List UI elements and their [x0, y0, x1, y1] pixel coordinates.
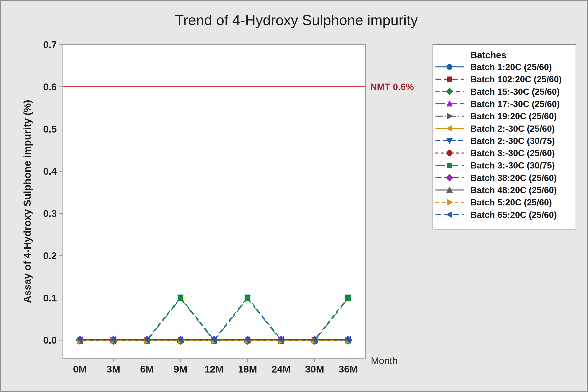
legend-item-label: Batch 102:20C (25/60) — [470, 74, 562, 84]
x-tick-label: 30M — [305, 364, 324, 374]
y-tick-label: 0.7 — [43, 39, 57, 50]
trend-chart: Trend of 4-Hydroxy Sulphone impurity Ass… — [0, 0, 588, 392]
plot-area — [63, 44, 365, 359]
y-tick-label: 0.3 — [43, 208, 57, 219]
x-axis-title: Month — [371, 356, 398, 366]
legend-item-label: Batch 15:-30C (25/60) — [470, 87, 560, 96]
y-tick-label: 0.6 — [43, 81, 57, 92]
x-tick-label: 12M — [205, 364, 224, 374]
x-tick-label: 0M — [73, 364, 87, 374]
legend-item-label: Batch 2:-30C (25/60) — [470, 124, 555, 134]
x-tick-label: 36M — [338, 364, 358, 374]
legend-item-label: Batch 3:-30C (30/75) — [470, 160, 555, 170]
series-marker-square — [447, 163, 452, 168]
x-tick-label: 24M — [272, 364, 291, 374]
x-tick-label: 6M — [140, 364, 154, 374]
y-tick-label: 0.4 — [43, 166, 57, 177]
series-marker-square — [447, 76, 452, 82]
legend-title: Batches — [470, 50, 506, 60]
x-tick-label: 9M — [174, 364, 187, 374]
series-marker-square — [178, 296, 183, 302]
y-tick-label: 0.2 — [43, 250, 57, 261]
legend-item-label: Batch 17:-30C (25/60) — [470, 99, 560, 109]
legend-item-label: Batch 3:-30C (25/60) — [470, 148, 555, 158]
legend-item-label: Batch 1:20C (25/60) — [470, 62, 552, 72]
legend-item-label: Batch 2:-30C (30/75) — [470, 136, 555, 146]
series-marker-circle — [447, 64, 453, 70]
x-tick-label: 3M — [107, 364, 120, 374]
chart-title: Trend of 4-Hydroxy Sulphone impurity — [175, 12, 418, 28]
y-axis-title: Assay of 4-Hydroxy Sulphone impurity (%) — [22, 100, 33, 303]
y-tick-label: 0.1 — [43, 292, 57, 304]
legend-item-label: Batch 5:20C (25/60) — [470, 198, 552, 207]
y-tick-label: 0.0 — [43, 335, 57, 346]
legend-item-label: Batch 65:20C (25/60) — [470, 210, 557, 220]
reference-line-label: NMT 0.6% — [370, 82, 414, 92]
series-marker-square — [245, 296, 251, 302]
series-marker-square — [345, 296, 351, 302]
x-axis: 0M3M6M9M12M18M24M30M36M — [73, 359, 358, 374]
legend-item-label: Batch 19:20C (25/60) — [470, 111, 557, 121]
legend-item-label: Batch 48:20C (25/60) — [470, 185, 557, 195]
y-axis: 0.00.10.20.30.40.50.60.7 — [43, 39, 63, 346]
legend: Batches Batch 1:20C (25/60)Batch 102:20C… — [433, 44, 576, 229]
legend-item-label: Batch 38:20C (25/60) — [470, 173, 557, 183]
minitab-graph-window: Trend of 4-Hydroxy Sulphone impurity Ass… — [0, 0, 588, 392]
y-tick-label: 0.5 — [43, 124, 57, 134]
series-marker-circle — [447, 150, 453, 156]
x-tick-label: 18M — [238, 364, 257, 374]
